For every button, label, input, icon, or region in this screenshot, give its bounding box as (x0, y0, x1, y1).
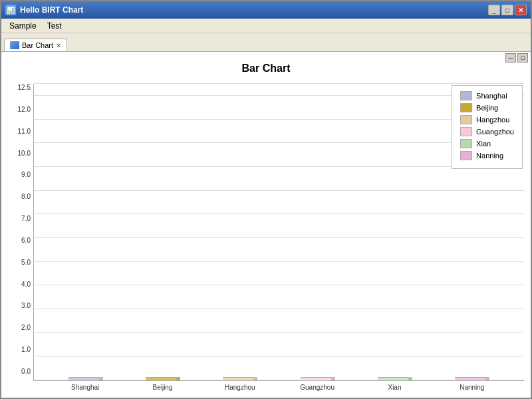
legend-color-swatch (460, 127, 472, 136)
bar-shadow-top (378, 377, 408, 380)
close-button[interactable]: ✕ (515, 5, 527, 15)
legend-color-swatch (460, 103, 472, 112)
window-controls: _ □ ✕ (488, 5, 527, 15)
bar-corner (485, 377, 489, 380)
legend-label: Guangzhou (476, 128, 514, 136)
legend-item: Xian (460, 139, 514, 148)
chart-body: 0.01.02.03.04.05.06.07.08.09.010.011.012… (8, 84, 524, 391)
tab-close-button[interactable]: ✕ (56, 42, 61, 49)
content-controls: ─ □ (505, 53, 528, 63)
window-title: Hello BIRT Chart (20, 5, 488, 15)
bar-corner (176, 377, 180, 380)
legend-label: Shanghai (476, 92, 507, 100)
window-icon: 📊 (5, 5, 16, 15)
bar-shadow-top (146, 377, 176, 380)
content-minimize-btn[interactable]: ─ (505, 53, 516, 63)
legend-label: Hangzhou (476, 116, 509, 124)
y-axis-label: 4.0 (8, 281, 31, 288)
bar-corner (253, 377, 257, 380)
y-axis-label: 10.0 (8, 150, 31, 157)
legend-label: Beijing (476, 104, 498, 112)
tab-bar-chart[interactable]: Bar Chart ✕ (4, 39, 67, 51)
y-axis-label: 9.0 (8, 171, 31, 178)
bar-shadow-top (301, 377, 331, 380)
tab-chart-icon (10, 41, 19, 49)
legend-item: Guangzhou (460, 127, 514, 136)
content-maximize-btn[interactable]: □ (517, 53, 528, 63)
main-window: 📊 Hello BIRT Chart _ □ ✕ Sample Test Bar… (0, 0, 532, 399)
chart-container: Bar Chart 0.01.02.03.04.05.06.07.08.09.0… (1, 52, 531, 398)
tab-label: Bar Chart (22, 41, 53, 49)
y-axis-label: 1.0 (8, 346, 31, 353)
tab-bar: Bar Chart ✕ (1, 33, 531, 52)
bar-corner (331, 377, 335, 380)
y-axis-label: 6.0 (8, 237, 31, 244)
legend-color-swatch (460, 139, 472, 148)
legend-color-swatch (460, 151, 472, 160)
y-axis-label: 3.0 (8, 302, 31, 309)
x-axis-label: Hangzhou (201, 384, 279, 391)
y-axis: 0.01.02.03.04.05.06.07.08.09.010.011.012… (8, 84, 33, 391)
chart-plot (33, 84, 524, 381)
x-axis-label: Shanghai (47, 384, 124, 391)
x-axis-label: Nanning (434, 384, 511, 391)
bar-corner (408, 377, 412, 380)
legend-color-swatch (460, 115, 472, 124)
y-axis-label: 11.0 (8, 128, 31, 135)
legend-label: Nanning (476, 152, 503, 160)
x-labels: ShanghaiBeijingHangzhouGuangzhouXianNann… (33, 381, 524, 391)
bar-corner (99, 377, 103, 380)
legend-color-swatch (460, 91, 472, 100)
bar-shadow-top (455, 377, 485, 380)
minimize-button[interactable]: _ (488, 5, 500, 15)
legend-item: Beijing (460, 103, 514, 112)
menu-test[interactable]: Test (42, 20, 67, 32)
legend-label: Xian (476, 140, 491, 148)
bar-shadow-top (68, 377, 99, 380)
chart-main: ShanghaiBeijingHangzhouGuangzhouXianNann… (33, 84, 524, 391)
legend-item: Hangzhou (460, 115, 514, 124)
menu-sample[interactable]: Sample (4, 20, 42, 32)
y-axis-label: 8.0 (8, 193, 31, 200)
bars-area (34, 84, 524, 380)
menu-bar: Sample Test (1, 19, 531, 33)
chart-title: Bar Chart (242, 63, 291, 74)
bar-shadow-top (223, 377, 253, 380)
y-axis-label: 5.0 (8, 259, 31, 266)
x-axis-label: Beijing (124, 384, 201, 391)
legend-item: Shanghai (460, 91, 514, 100)
x-axis-label: Guangzhou (279, 384, 356, 391)
y-axis-label: 12.0 (8, 106, 31, 113)
chart-legend: ShanghaiBeijingHangzhouGuangzhouXianNann… (452, 85, 523, 169)
title-bar: 📊 Hello BIRT Chart _ □ ✕ (1, 1, 531, 19)
x-axis-label: Xian (356, 384, 433, 391)
y-axis-label: 0.0 (8, 368, 31, 375)
legend-item: Nanning (460, 151, 514, 160)
y-axis-label: 12.5 (8, 84, 31, 91)
y-axis-label: 2.0 (8, 324, 31, 331)
content-area: ─ □ Bar Chart 0.01.02.03.04.05.06.07.08.… (1, 52, 531, 398)
y-axis-label: 7.0 (8, 215, 31, 222)
maximize-button[interactable]: □ (501, 5, 513, 15)
